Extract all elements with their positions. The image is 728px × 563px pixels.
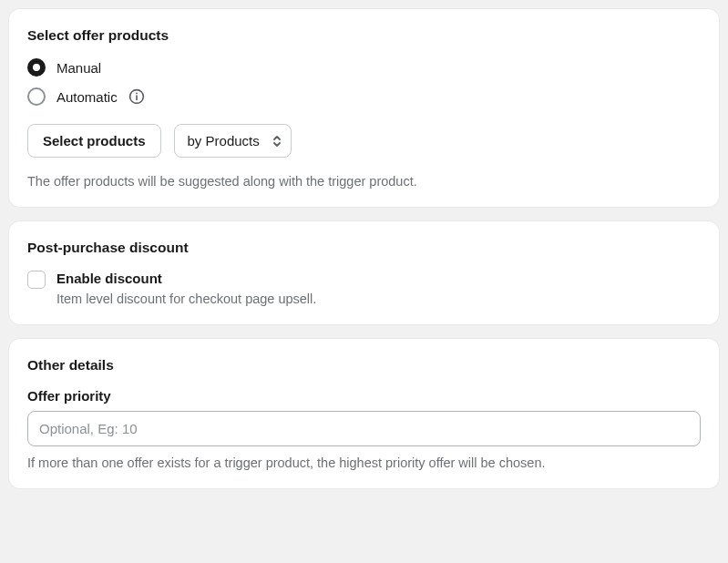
radio-selected-icon xyxy=(27,58,46,77)
radio-unselected-icon xyxy=(27,87,46,106)
enable-discount-texts: Enable discount Item level discount for … xyxy=(56,271,316,306)
select-caret-icon xyxy=(272,135,282,148)
offer-products-title: Select offer products xyxy=(27,27,701,44)
enable-discount-label: Enable discount xyxy=(56,271,316,286)
info-icon[interactable] xyxy=(128,88,145,105)
offer-products-help: The offer products will be suggested alo… xyxy=(27,174,701,189)
radio-manual[interactable]: Manual xyxy=(27,58,701,77)
offer-priority-help: If more than one offer exists for a trig… xyxy=(27,456,701,470)
radio-automatic-label: Automatic xyxy=(56,89,118,105)
enable-discount-sub: Item level discount for checkout page up… xyxy=(56,292,316,306)
radio-automatic[interactable]: Automatic xyxy=(27,87,701,106)
other-details-title: Other details xyxy=(27,357,701,374)
post-purchase-card: Post-purchase discount Enable discount I… xyxy=(9,221,719,324)
offer-products-card: Select offer products Manual Automatic S… xyxy=(9,9,719,207)
enable-discount-block: Enable discount Item level discount for … xyxy=(27,271,701,306)
svg-point-2 xyxy=(136,93,138,95)
offer-priority-input[interactable] xyxy=(27,411,701,446)
product-select-row: Select products by Products xyxy=(27,124,701,158)
offer-products-radio-group: Manual Automatic xyxy=(27,58,701,106)
enable-discount-checkbox[interactable] xyxy=(27,271,46,289)
offer-priority-label: Offer priority xyxy=(27,388,701,404)
select-products-button[interactable]: Select products xyxy=(27,124,161,158)
by-products-select[interactable]: by Products xyxy=(174,124,292,158)
other-details-card: Other details Offer priority If more tha… xyxy=(9,339,719,488)
post-purchase-title: Post-purchase discount xyxy=(27,240,701,256)
by-products-select-value: by Products xyxy=(188,133,260,148)
radio-manual-label: Manual xyxy=(56,60,101,76)
